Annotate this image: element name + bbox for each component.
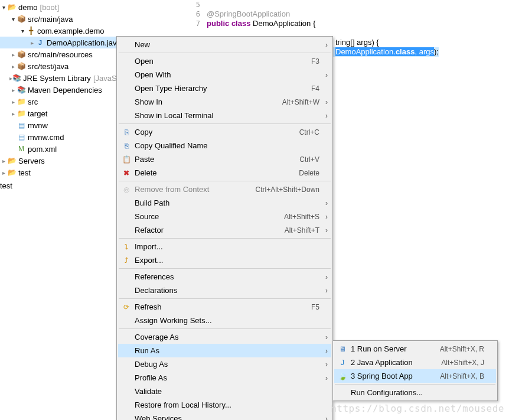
menu-copy-qualified[interactable]: ⎘Copy Qualified Name — [118, 139, 331, 152]
tree-row[interactable]: ▤ mvnw.cmd — [0, 131, 124, 143]
menu-assign-working-sets[interactable]: Assign Working Sets... — [118, 314, 331, 327]
menu-label: Open With — [135, 70, 319, 79]
menu-label: Show in Local Terminal — [135, 111, 319, 120]
tree-label: mvnw — [28, 121, 48, 130]
menu-validate[interactable]: Validate — [118, 385, 331, 398]
line-number: 5 — [187, 0, 203, 9]
expand-icon[interactable] — [9, 16, 17, 22]
refresh-icon: ⟳ — [120, 303, 132, 311]
expand-icon[interactable] — [19, 28, 26, 34]
source-folder-icon: 📦 — [17, 61, 26, 71]
tree-row[interactable]: 📂 Servers — [0, 155, 124, 167]
tree-label: test — [0, 181, 12, 190]
project-icon: 📂 — [7, 168, 17, 177]
menu-accelerator: Alt+Shift+T — [285, 226, 319, 235]
tree-row[interactable]: 📦 src/main/resources — [0, 48, 124, 60]
menu-separator — [119, 181, 331, 181]
tree-row[interactable]: ▤ mvnw — [0, 119, 124, 131]
menu-export[interactable]: ⤴Export... — [118, 253, 331, 267]
expand-icon[interactable] — [0, 170, 7, 176]
folder-icon: 📁 — [17, 109, 26, 118]
java-icon: J — [337, 359, 348, 367]
project-icon: 📂 — [7, 2, 17, 12]
tree-row-selected[interactable]: J DemoApplication.java — [0, 37, 124, 48]
expand-icon[interactable] — [9, 63, 17, 70]
menu-label: Run Configurations... — [351, 388, 484, 397]
menu-open[interactable]: OpenF3 — [118, 54, 331, 68]
menu-build-path[interactable]: Build Path — [118, 196, 331, 210]
expand-icon[interactable] — [9, 51, 17, 58]
menu-show-in[interactable]: Show InAlt+Shift+W — [118, 95, 331, 109]
menu-refresh[interactable]: ⟳RefreshF5 — [118, 300, 331, 314]
submenu-run-on-server[interactable]: 🖥1 Run on ServerAlt+Shift+X, R — [334, 342, 496, 356]
menu-separator — [119, 238, 331, 239]
tree-row[interactable]: 📁 target — [0, 108, 124, 119]
code-line: @SpringBootApplication — [207, 9, 439, 19]
menu-profile-as[interactable]: Profile As — [118, 371, 331, 385]
menu-declarations[interactable]: Declarations — [118, 284, 331, 297]
tree-label: demo — [18, 3, 38, 12]
expand-icon[interactable] — [0, 4, 7, 11]
menu-show-in-terminal[interactable]: Show in Local Terminal — [118, 109, 331, 122]
menu-run-as[interactable]: Run As — [118, 344, 331, 357]
expand-icon[interactable] — [0, 158, 7, 164]
menu-separator — [119, 123, 331, 124]
menu-references[interactable]: References — [118, 270, 331, 284]
menu-refactor[interactable]: RefactorAlt+Shift+T — [118, 223, 331, 237]
remove-context-icon: ◎ — [120, 185, 132, 194]
tree-row[interactable]: M pom.xml — [0, 143, 124, 155]
editor-gutter: 5 6 7 — [187, 0, 203, 28]
menu-coverage-as[interactable]: Coverage As — [118, 330, 331, 344]
menu-label: New — [135, 40, 319, 49]
submenu-run-configurations[interactable]: Run Configurations... — [334, 386, 496, 399]
menu-label: Open Type Hierarchy — [135, 84, 305, 93]
file-icon: ▤ — [17, 121, 26, 130]
menu-import[interactable]: ⤵Import... — [118, 240, 331, 253]
menu-new[interactable]: New — [118, 38, 331, 51]
menu-web-services[interactable]: Web Services — [118, 412, 331, 420]
menu-label: Debug As — [135, 360, 319, 369]
expand-icon[interactable] — [9, 87, 17, 93]
menu-separator — [119, 53, 331, 53]
menu-restore-history[interactable]: Restore from Local History... — [118, 398, 331, 412]
project-explorer: 📂 demo [boot] 📦 src/main/java ╋ com.exam… — [0, 0, 124, 193]
menu-debug-as[interactable]: Debug As — [118, 357, 331, 371]
menu-label: Web Services — [135, 414, 319, 420]
code-fragment: ); — [434, 47, 439, 56]
menu-label: Export... — [135, 256, 319, 265]
menu-label: Show In — [135, 97, 276, 106]
menu-copy[interactable]: ⎘CopyCtrl+C — [118, 125, 331, 139]
keyword: public — [207, 19, 229, 28]
tree-label: src — [28, 97, 38, 106]
menu-open-with[interactable]: Open With — [118, 68, 331, 82]
expand-icon[interactable] — [9, 99, 17, 105]
menu-label: Source — [135, 212, 278, 221]
tree-row[interactable]: 📁 src — [0, 96, 124, 108]
tree-row-project[interactable]: 📂 demo [boot] — [0, 1, 124, 13]
tree-row[interactable]: 📦 src/main/java — [0, 13, 124, 25]
tree-label: src/test/java — [28, 62, 68, 71]
tree-row[interactable]: test — [0, 180, 124, 191]
menu-paste[interactable]: 📋PasteCtrl+V — [118, 152, 331, 166]
tree-row[interactable]: 📚 Maven Dependencies — [0, 84, 124, 96]
expand-icon[interactable] — [28, 40, 35, 46]
menu-label: Build Path — [135, 198, 319, 207]
code-line: public class DemoApplication { — [207, 19, 439, 28]
expand-icon[interactable] — [9, 110, 17, 117]
tree-row[interactable]: 📦 src/test/java — [0, 60, 124, 72]
submenu-java-application[interactable]: J2 Java ApplicationAlt+Shift+X, J — [334, 356, 496, 369]
menu-open-type-hierarchy[interactable]: Open Type HierarchyF4 — [118, 82, 331, 95]
tree-row[interactable]: 📚 JRE System Library [JavaSE — [0, 72, 124, 84]
tree-row[interactable]: ╋ com.example.demo — [0, 25, 124, 37]
tree-label: src/main/resources — [28, 50, 93, 59]
tree-row[interactable]: 📂 test — [0, 167, 124, 178]
menu-label: Copy Qualified Name — [135, 141, 319, 150]
java-file-icon: J — [35, 38, 45, 47]
menu-accelerator: Ctrl+C — [299, 128, 319, 136]
menu-label: Refactor — [135, 226, 279, 235]
menu-accelerator: Alt+Shift+X, B — [440, 372, 484, 380]
menu-delete[interactable]: ✖DeleteDelete — [118, 166, 331, 180]
submenu-spring-boot-app[interactable]: 🍃3 Spring Boot AppAlt+Shift+X, B — [334, 369, 496, 383]
menu-source[interactable]: SourceAlt+Shift+S — [118, 210, 331, 223]
paste-icon: 📋 — [120, 155, 132, 164]
